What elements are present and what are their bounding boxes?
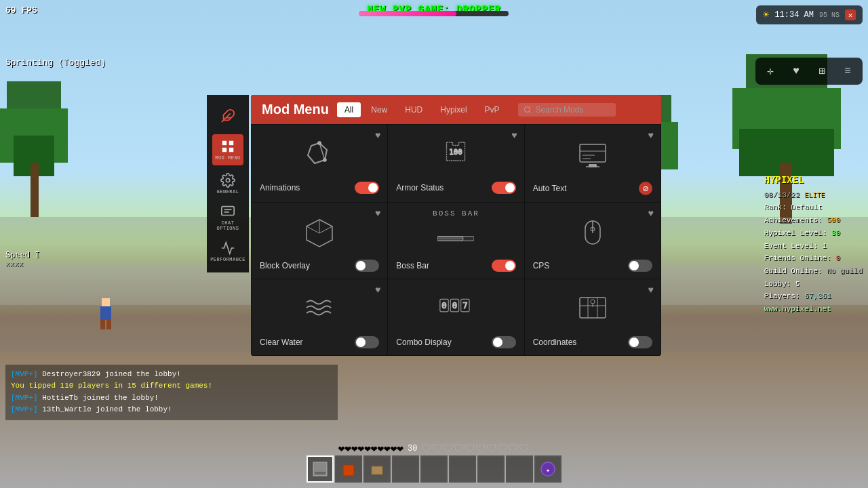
- block-overlay-icon: [301, 214, 338, 251]
- svg-rect-40: [580, 144, 606, 162]
- sidebar-chat-label: CHAT OPTIONS: [212, 220, 243, 231]
- svg-rect-28: [222, 148, 226, 152]
- svg-text:0: 0: [452, 301, 457, 310]
- svg-rect-27: [229, 141, 233, 145]
- sidebar-performance[interactable]: PERFORMANCE: [212, 236, 243, 267]
- animations-label: Animations: [260, 183, 300, 192]
- autotext-icon-area: [533, 131, 652, 178]
- combo-icon-area: 0 0 7: [396, 286, 515, 332]
- cps-icon-area: [533, 209, 652, 256]
- armor-footer: Armor Status: [396, 182, 515, 194]
- favorite-cps[interactable]: ♥: [648, 208, 654, 219]
- boss-bar-text: BOSS BAR: [433, 209, 479, 218]
- clear-water-icon-area: [260, 286, 379, 332]
- autotext-toggle[interactable]: ⊘: [639, 182, 652, 195]
- boss-bar-footer: Boss Bar: [396, 260, 515, 272]
- mod-card-animations[interactable]: ♥ Animations: [252, 125, 387, 202]
- filter-new[interactable]: New: [363, 102, 395, 117]
- performance-icon: [220, 241, 235, 256]
- combo-label: Combo Display: [396, 338, 451, 347]
- clear-water-icon: [301, 291, 338, 327]
- mod-menu-title: Mod Menu: [262, 102, 329, 117]
- favorite-animations[interactable]: ♥: [375, 130, 380, 141]
- search-icon: [524, 106, 532, 114]
- svg-line-35: [529, 111, 530, 113]
- mod-card-block-overlay[interactable]: ♥ Block Overlay: [252, 203, 387, 279]
- svg-text:100: 100: [450, 148, 462, 157]
- boss-bar-toggle[interactable]: [492, 260, 516, 272]
- combo-footer: Combo Display: [396, 336, 515, 348]
- sidebar-general[interactable]: GENERAL: [212, 168, 243, 199]
- armor-label: Armor Status: [396, 183, 443, 192]
- svg-line-48: [307, 226, 319, 233]
- cps-icon: [574, 214, 611, 251]
- block-overlay-footer: Block Overlay: [260, 260, 379, 272]
- svg-line-49: [319, 226, 332, 233]
- svg-rect-62: [580, 298, 606, 318]
- coordinates-icon: [574, 291, 611, 327]
- sidebar-performance-label: PERFORMANCE: [210, 257, 245, 262]
- coordinates-label: Coordinates: [533, 338, 577, 347]
- armor-icon-area: 100: [396, 131, 515, 178]
- favorite-block-overlay[interactable]: ♥: [375, 208, 380, 219]
- clear-water-footer: Clear Water: [260, 336, 379, 348]
- sidebar-logo: [212, 100, 243, 131]
- svg-point-34: [524, 106, 530, 112]
- svg-point-38: [323, 159, 326, 161]
- feather-icon: [220, 108, 235, 123]
- svg-point-66: [591, 300, 595, 304]
- block-overlay-label: Block Overlay: [260, 261, 310, 270]
- favorite-clear-water[interactable]: ♥: [375, 285, 380, 296]
- sidebar-chat-options[interactable]: CHAT OPTIONS: [212, 202, 243, 233]
- search-input[interactable]: [536, 105, 610, 115]
- autotext-label: Auto Text: [533, 184, 567, 193]
- clear-water-toggle[interactable]: [355, 336, 379, 348]
- animations-toggle[interactable]: [355, 182, 379, 194]
- combo-toggle[interactable]: [492, 336, 516, 348]
- boss-bar-visual: [437, 222, 474, 256]
- coordinates-icon-area: [533, 286, 652, 332]
- svg-point-30: [226, 178, 230, 182]
- animations-icon-area: [260, 131, 379, 178]
- mod-card-boss-bar[interactable]: BOSS BAR Boss Bar: [388, 203, 524, 279]
- filter-hypixel[interactable]: Hypixel: [433, 102, 474, 117]
- search-box[interactable]: [518, 103, 616, 117]
- filter-hud[interactable]: HUD: [397, 102, 430, 117]
- sidebar-mod-menu[interactable]: MOD MENU: [212, 134, 243, 165]
- favorite-autotext[interactable]: ♥: [648, 130, 654, 141]
- favorite-armor[interactable]: ♥: [511, 130, 517, 141]
- cps-toggle[interactable]: [628, 260, 652, 272]
- mod-card-coordinates[interactable]: ♥ Coordinates: [525, 279, 660, 355]
- block-overlay-icon-area: [260, 209, 379, 256]
- armor-toggle[interactable]: [492, 182, 516, 194]
- sidebar-mod-menu-label: MOD MENU: [215, 155, 241, 161]
- sidebar-general-label: GENERAL: [217, 189, 239, 195]
- mod-menu-panel: Mod Menu All New HUD Hypixel PvP ♥: [251, 95, 661, 356]
- mod-menu-header: Mod Menu All New HUD Hypixel PvP: [251, 95, 661, 124]
- chat-icon: [220, 204, 235, 219]
- boss-bar-label: Boss Bar: [396, 261, 429, 270]
- auto-text-icon: [574, 136, 611, 173]
- svg-text:7: 7: [463, 301, 468, 310]
- svg-rect-31: [222, 207, 234, 216]
- mod-card-clear-water[interactable]: ♥ Clear Water: [252, 279, 387, 355]
- filter-pvp[interactable]: PvP: [477, 102, 507, 117]
- gear-icon: [220, 173, 235, 188]
- coordinates-toggle[interactable]: [628, 336, 652, 348]
- mod-card-cps[interactable]: ♥ CPS: [525, 203, 660, 279]
- svg-rect-52: [438, 237, 463, 239]
- mod-card-auto-text[interactable]: ♥ Auto Text ⊘: [525, 125, 660, 202]
- animations-icon: [301, 136, 338, 173]
- animations-footer: Animations: [260, 182, 379, 194]
- mod-card-armor-status[interactable]: ♥ 100 Armor Status: [388, 125, 524, 202]
- favorite-coordinates[interactable]: ♥: [648, 285, 654, 296]
- svg-rect-26: [222, 141, 226, 145]
- coordinates-footer: Coordinates: [533, 336, 652, 348]
- mod-grid: ♥ Animations ♥: [251, 124, 661, 356]
- clear-water-label: Clear Water: [260, 338, 303, 347]
- mod-card-combo-display[interactable]: 0 0 7 Combo Display: [388, 279, 524, 355]
- block-overlay-toggle[interactable]: [355, 260, 379, 272]
- filter-all[interactable]: All: [337, 102, 361, 117]
- filter-tabs: All New HUD Hypixel PvP: [337, 102, 507, 117]
- svg-text:0: 0: [442, 301, 447, 310]
